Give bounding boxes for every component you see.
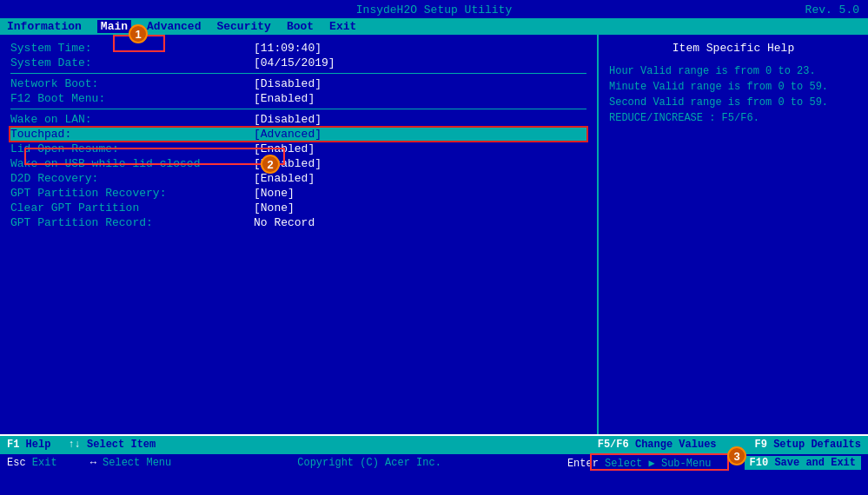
label-network-boot: Network Boot: <box>10 77 254 90</box>
menu-item-information[interactable]: Information <box>7 20 82 33</box>
value-touchpad: [Advanced] <box>254 128 321 141</box>
value-lid-open-resume: [Enabled] <box>254 142 315 155</box>
bios-screen: InsydeH2O Setup Utility Rev. 5.0 Informa… <box>0 0 868 495</box>
label-f12-boot-menu: F12 Boot Menu: <box>10 92 254 105</box>
main-content: System Time: [11:09:40] System Date: [04… <box>0 35 868 434</box>
menu-item-boot[interactable]: Boot <box>287 20 314 33</box>
menu-item-security[interactable]: Security <box>216 20 270 33</box>
label-wake-usb-lid: Wake on USB while lid closed <box>10 157 254 170</box>
key-f1: F1 Help <box>7 439 50 451</box>
right-panel: Item Specific Help Hour Valid range is f… <box>599 35 868 434</box>
setting-system-date[interactable]: System Date: [04/15/2019] <box>10 56 586 69</box>
value-d2d-recovery: [Enabled] <box>254 172 315 185</box>
label-gpt-partition-recovery: GPT Partition Recovery: <box>10 187 254 200</box>
key-f10[interactable]: F10 Save and Exit <box>745 456 861 470</box>
setting-clear-gpt-partition[interactable]: Clear GPT Partition [None] <box>10 201 586 214</box>
value-system-time: [11:09:40] <box>254 42 321 55</box>
help-title: Item Specific Help <box>609 42 858 55</box>
setting-gpt-partition-recovery[interactable]: GPT Partition Recovery: [None] <box>10 187 586 200</box>
value-system-date: [04/15/2019] <box>254 56 335 69</box>
key-esc: Esc Exit <box>7 457 57 469</box>
value-gpt-partition-recovery: [None] <box>254 187 295 200</box>
menu-item-advanced[interactable]: Advanced <box>147 20 201 33</box>
setting-f12-boot-menu[interactable]: F12 Boot Menu: [Enabled] <box>10 92 586 105</box>
label-d2d-recovery: D2D Recovery: <box>10 172 254 185</box>
label-system-date: System Date: <box>10 56 254 69</box>
setting-d2d-recovery[interactable]: D2D Recovery: [Enabled] <box>10 172 586 185</box>
label-clear-gpt-partition: Clear GPT Partition <box>10 201 254 214</box>
label-touchpad: Touchpad: <box>10 128 254 141</box>
badge-2: 2 <box>261 155 280 174</box>
key-lr: ↔ Select Menu <box>90 457 172 469</box>
key-f9: F9 Setup Defaults <box>755 439 861 451</box>
setting-wake-usb-lid[interactable]: Wake on USB while lid closed [Disabled] <box>10 157 586 170</box>
copyright: Copyright (C) Acer Inc. <box>189 457 550 469</box>
value-network-boot: [Disabled] <box>254 77 321 90</box>
divider-2 <box>10 109 586 109</box>
setting-wake-on-lan[interactable]: Wake on LAN: [Disabled] <box>10 113 586 126</box>
help-text: Hour Valid range is from 0 to 23. Minute… <box>609 63 858 126</box>
app-title: InsydeH2O Setup Utility <box>356 3 512 16</box>
key-updown: ↑↓ Select Item <box>68 439 156 451</box>
value-clear-gpt-partition: [None] <box>254 201 295 214</box>
value-gpt-partition-record: No Record <box>254 216 315 229</box>
key-f5f6: F5/F6 Change Values <box>598 439 717 451</box>
value-wake-on-lan: [Disabled] <box>254 113 321 126</box>
left-panel: System Time: [11:09:40] System Date: [04… <box>0 35 599 434</box>
setting-network-boot[interactable]: Network Boot: [Disabled] <box>10 77 586 90</box>
divider-1 <box>10 73 586 74</box>
setting-touchpad[interactable]: Touchpad: [Advanced] <box>10 128 586 141</box>
title-bar: InsydeH2O Setup Utility Rev. 5.0 <box>0 0 868 18</box>
menu-item-main[interactable]: Main <box>97 20 131 33</box>
badge-3: 3 <box>727 446 746 465</box>
label-lid-open-resume: Lid Open Resume: <box>10 142 254 155</box>
label-system-time: System Time: <box>10 42 254 55</box>
label-gpt-partition-record: GPT Partition Record: <box>10 216 254 229</box>
badge-1: 1 <box>129 24 148 43</box>
revision: Rev. 5.0 <box>805 3 859 16</box>
setting-gpt-partition-record[interactable]: GPT Partition Record: No Record <box>10 216 586 229</box>
setting-lid-open-resume[interactable]: Lid Open Resume: [Enabled] <box>10 142 586 155</box>
label-wake-on-lan: Wake on LAN: <box>10 113 254 126</box>
setting-system-time[interactable]: System Time: [11:09:40] <box>10 42 586 55</box>
menu-item-exit[interactable]: Exit <box>329 20 356 33</box>
key-enter: Enter Select ▶ Sub-Menu <box>567 457 712 470</box>
value-f12-boot-menu: [Enabled] <box>254 92 315 105</box>
